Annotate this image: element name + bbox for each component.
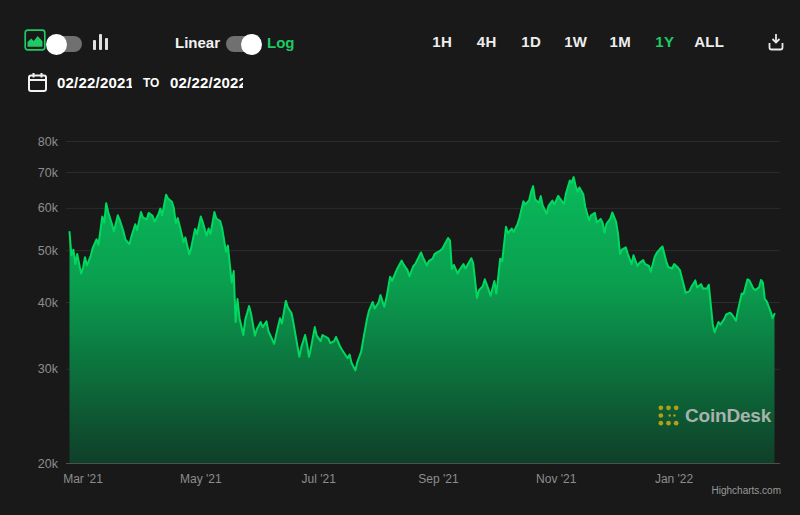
area-chart-icon[interactable]: [24, 29, 46, 55]
log-label[interactable]: Log: [267, 34, 295, 51]
range-button-1d[interactable]: 1D: [509, 33, 554, 50]
x-axis-label: Mar '21: [63, 472, 103, 486]
x-axis-label: Jan '22: [655, 472, 694, 486]
x-axis-label: May '21: [180, 472, 222, 486]
scale-toggle[interactable]: [226, 36, 260, 52]
highcharts-credit[interactable]: Highcharts.com: [712, 485, 781, 496]
coindesk-logo-text: CoinDesk: [685, 405, 771, 427]
range-selector: 1H 4H 1D 1W 1M 1Y ALL: [420, 33, 732, 50]
y-axis-label: 50k: [38, 244, 59, 258]
y-axis-label: 60k: [38, 201, 59, 215]
range-button-1h[interactable]: 1H: [420, 33, 465, 50]
range-button-all[interactable]: ALL: [687, 33, 732, 50]
date-from-input[interactable]: 02/22/2021: [57, 74, 132, 93]
download-icon[interactable]: [765, 31, 787, 57]
range-button-1w[interactable]: 1W: [554, 33, 599, 50]
x-axis-label: Nov '21: [536, 472, 577, 486]
linear-label[interactable]: Linear: [175, 34, 220, 51]
date-to-input[interactable]: 02/22/2022: [170, 74, 243, 93]
range-button-4h[interactable]: 4H: [465, 33, 510, 50]
date-to-label: TO: [143, 76, 159, 90]
x-axis-label: Jul '21: [302, 472, 337, 486]
chart-type-toggle[interactable]: [48, 36, 82, 52]
bar-chart-icon[interactable]: [93, 33, 109, 55]
calendar-icon[interactable]: [27, 72, 48, 97]
y-axis-label: 80k: [38, 135, 59, 149]
toggle-knob: [46, 34, 67, 55]
x-axis-label: Sep '21: [418, 472, 459, 486]
y-axis-label: 40k: [38, 296, 59, 310]
y-axis-label: 20k: [38, 457, 59, 471]
coindesk-watermark: CoinDesk: [657, 404, 771, 427]
range-button-1m[interactable]: 1M: [598, 33, 643, 50]
range-button-1y[interactable]: 1Y: [643, 33, 688, 50]
coindesk-logo-icon: [657, 404, 680, 427]
toggle-knob: [241, 34, 262, 55]
y-axis-label: 30k: [38, 362, 59, 376]
y-axis-label: 70k: [38, 166, 59, 180]
